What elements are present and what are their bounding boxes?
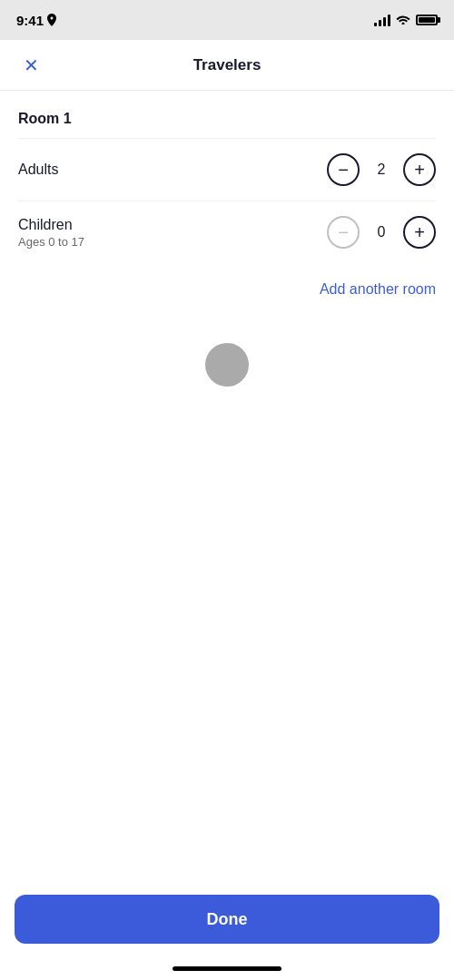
status-time: 9:41 [16,13,56,28]
status-icons [374,13,438,27]
children-decrement-button[interactable]: − [327,216,360,249]
time-text: 9:41 [16,13,44,28]
header: ✕ Travelers [0,40,454,91]
status-bar: 9:41 [0,0,454,40]
children-sublabel: Ages 0 to 17 [18,235,84,249]
loading-indicator [205,343,249,387]
main-content: Room 1 Adults − 2 + Children Ages 0 to 1… [0,91,454,387]
location-icon [47,14,56,26]
signal-icon [374,14,390,26]
adults-increment-button[interactable]: + [403,153,436,186]
close-button[interactable]: ✕ [16,47,46,83]
adults-label: Adults [18,162,58,178]
children-value: 0 [374,224,389,240]
children-increment-button[interactable]: + [403,216,436,249]
done-button[interactable]: Done [15,895,439,944]
adults-decrement-button[interactable]: − [327,153,360,186]
header-title: Travelers [193,56,262,74]
done-button-container: Done [15,895,439,944]
adults-info: Adults [18,162,58,178]
children-counter: − 0 + [327,216,436,249]
adults-row: Adults − 2 + [18,138,436,201]
room-label: Room 1 [18,91,436,138]
children-row: Children Ages 0 to 17 − 0 + [18,201,436,263]
children-label: Children [18,217,84,233]
children-info: Children Ages 0 to 17 [18,217,84,249]
add-room-button[interactable]: Add another room [320,281,436,298]
home-indicator [173,966,281,971]
adults-counter: − 2 + [327,153,436,186]
adults-value: 2 [374,162,389,178]
battery-icon [416,15,438,25]
add-room-container: Add another room [18,263,436,307]
wifi-icon [396,13,410,27]
